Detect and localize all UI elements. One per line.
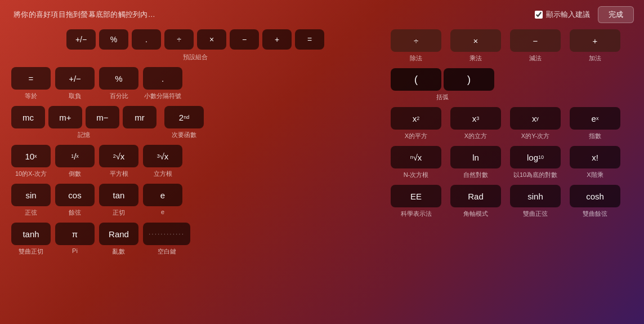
btn-sinh-group: sinh 雙曲正弦 xyxy=(510,185,561,218)
btn-euler[interactable]: e xyxy=(143,184,182,206)
preset-row: +/− % . ÷ × − + = xyxy=(66,29,324,50)
left-panel: +/− % . ÷ × − + = 預設組合 = 等於 +/− 取負 % xyxy=(11,29,391,318)
btn-ee[interactable]: EE xyxy=(391,185,441,207)
show-suggestions-checkbox[interactable] xyxy=(535,11,543,19)
btn-cosh-group: cosh 雙曲餘弦 xyxy=(570,185,620,218)
parens-row: ( ) 括弧 xyxy=(391,68,633,101)
btn-sin-group: sin 正弦 xyxy=(11,184,51,217)
btn-tanh-group: tanh 雙曲正切 xyxy=(11,223,51,256)
main-content: +/− % . ÷ × − + = 預設組合 = 等於 +/− 取負 % xyxy=(0,29,644,324)
row5: tanh 雙曲正切 π Pi Rand 亂數 ············ 空白鍵 xyxy=(11,223,379,256)
btn-rand-group: Rand 亂數 xyxy=(99,223,138,256)
right-sci1-row: x2 X的平方 x3 X的立方 xy X的Y-次方 ex 指數 xyxy=(391,107,633,140)
btn-cbrt[interactable]: 3√x xyxy=(143,145,182,167)
btn-equals[interactable]: = xyxy=(11,67,51,90)
btn-factorial-group: x! X階乘 xyxy=(570,146,620,179)
btn-mplus[interactable]: m+ xyxy=(48,106,82,128)
btn-2nd[interactable]: 2nd xyxy=(164,106,204,128)
btn-rad-group: Rad 角軸模式 xyxy=(450,185,501,218)
btn-10x[interactable]: 10x xyxy=(11,145,51,167)
btn-decimal[interactable]: . xyxy=(143,67,182,90)
btn-reciprocal-group: 1/x 倒數 xyxy=(55,145,95,178)
row3: 10x 10的X-次方 1/x 倒數 2√x 平方根 3√x 立方根 xyxy=(11,145,379,178)
btn-percent-group: % 百分比 xyxy=(99,67,138,100)
btn-cos-group: cos 餘弦 xyxy=(55,184,95,217)
btn-multiply[interactable]: × xyxy=(450,29,501,52)
btn-ln[interactable]: ln xyxy=(450,146,501,168)
btn-tanh[interactable]: tanh xyxy=(11,223,51,245)
btn-rad[interactable]: Rad xyxy=(450,185,501,207)
row1: = 等於 +/− 取負 % 百分比 . 小數分隔符號 xyxy=(11,67,379,100)
preset-btn-percent[interactable]: % xyxy=(99,29,128,50)
btn-x3-group: x3 X的立方 xyxy=(450,107,501,140)
preset-btn-add[interactable]: + xyxy=(262,29,292,50)
btn-subtract-group: − 減法 xyxy=(510,29,561,63)
btn-2nd-group: 2nd 次要函數 xyxy=(164,106,204,139)
btn-nthroot[interactable]: n√x xyxy=(391,146,441,168)
btn-negate[interactable]: +/− xyxy=(55,67,95,90)
btn-factorial[interactable]: x! xyxy=(570,146,620,168)
btn-sin[interactable]: sin xyxy=(11,184,51,206)
btn-ln-group: ln 自然對數 xyxy=(450,146,501,179)
btn-pi[interactable]: π xyxy=(55,223,95,245)
btn-x2[interactable]: x2 xyxy=(391,107,441,130)
right-sci2-row: n√x N-次方根 ln 自然對數 log10 以10為底的對數 x! X階乘 xyxy=(391,146,633,179)
btn-space[interactable]: ············ xyxy=(143,223,190,245)
btn-sqrt[interactable]: 2√x xyxy=(99,145,138,167)
btn-x3[interactable]: x3 xyxy=(450,107,501,130)
right-panel: ÷ 除法 × 乘法 − 減法 + 加法 ( ) 括弧 xyxy=(391,29,633,318)
btn-e-group: e e xyxy=(143,184,182,215)
top-bar-title: 將你的喜好項目拖到螢幕底部的觸控列內… xyxy=(14,10,155,20)
btn-tan-group: tan 正切 xyxy=(99,184,138,217)
btn-sqrt-group: 2√x 平方根 xyxy=(99,145,138,178)
memory-label: 記憶 xyxy=(78,131,90,139)
top-bar-right: 顯示輸入建議 完成 xyxy=(535,6,634,23)
btn-space-group: ············ 空白鍵 xyxy=(143,223,190,256)
right-sci3-row: EE 科學表示法 Rad 角軸模式 sinh 雙曲正弦 cosh 雙曲餘弦 xyxy=(391,185,633,218)
done-button[interactable]: 完成 xyxy=(598,6,634,23)
btn-mr[interactable]: mr xyxy=(123,106,156,128)
btn-x2-group: x2 X的平方 xyxy=(391,107,441,140)
row2: mc m+ m− mr 記憶 2nd 次要函數 xyxy=(11,106,379,139)
btn-rand[interactable]: Rand xyxy=(99,223,138,245)
btn-ee-group: EE 科學表示法 xyxy=(391,185,441,218)
row4: sin 正弦 cos 餘弦 tan 正切 e e xyxy=(11,184,379,217)
btn-multiply-group: × 乘法 xyxy=(450,29,501,63)
btn-open-paren[interactable]: ( xyxy=(391,68,441,91)
preset-btn-plusminus[interactable]: +/− xyxy=(66,29,96,50)
btn-10x-group: 10x 10的X-次方 xyxy=(11,145,51,178)
preset-btn-dot[interactable]: . xyxy=(132,29,161,50)
btn-mminus[interactable]: m− xyxy=(86,106,119,128)
btn-subtract[interactable]: − xyxy=(510,29,561,52)
preset-btn-eq[interactable]: = xyxy=(295,29,324,50)
paren-label: 括弧 xyxy=(436,93,449,101)
btn-sinh[interactable]: sinh xyxy=(510,185,561,207)
btn-add-group: + 加法 xyxy=(570,29,620,63)
memory-group: mc m+ m− mr 記憶 xyxy=(11,106,156,139)
btn-log10[interactable]: log10 xyxy=(510,146,561,168)
btn-divide[interactable]: ÷ xyxy=(391,29,441,52)
btn-percent[interactable]: % xyxy=(99,67,138,90)
show-suggestions-label[interactable]: 顯示輸入建議 xyxy=(535,10,590,20)
memory-inner: mc m+ m− mr xyxy=(11,106,156,128)
btn-ex[interactable]: ex xyxy=(570,107,620,130)
btn-ex-group: ex 指數 xyxy=(570,107,620,140)
btn-tan[interactable]: tan xyxy=(99,184,138,206)
btn-xy[interactable]: xy xyxy=(510,107,561,130)
btn-close-paren[interactable]: ) xyxy=(444,68,494,91)
btn-xy-group: xy X的Y-次方 xyxy=(510,107,561,140)
btn-cos[interactable]: cos xyxy=(55,184,95,206)
btn-cosh[interactable]: cosh xyxy=(570,185,620,207)
btn-nthroot-group: n√x N-次方根 xyxy=(391,146,441,179)
paren-group: ( ) 括弧 xyxy=(391,68,494,101)
preset-btn-div[interactable]: ÷ xyxy=(164,29,194,50)
btn-reciprocal[interactable]: 1/x xyxy=(55,145,95,167)
preset-btn-mul[interactable]: × xyxy=(197,29,226,50)
top-bar: 將你的喜好項目拖到螢幕底部的觸控列內… 顯示輸入建議 完成 xyxy=(0,0,644,29)
preset-group: +/− % . ÷ × − + = 預設組合 xyxy=(11,29,379,61)
paren-inner: ( ) xyxy=(391,68,494,91)
btn-mc[interactable]: mc xyxy=(11,106,45,128)
btn-add[interactable]: + xyxy=(570,29,620,52)
preset-btn-sub[interactable]: − xyxy=(230,29,259,50)
btn-pi-group: π Pi xyxy=(55,223,95,254)
